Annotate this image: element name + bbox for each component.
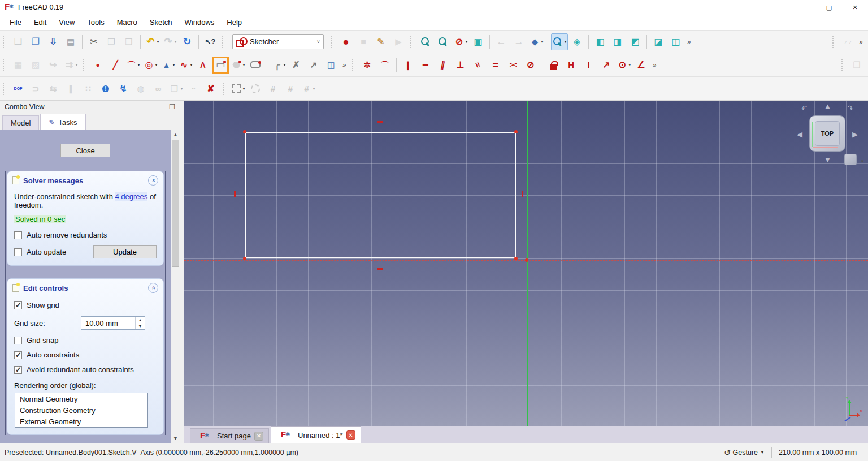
menu-sketch[interactable]: Sketch (144, 16, 179, 29)
refresh-button[interactable] (179, 33, 196, 50)
view-right-button[interactable] (627, 33, 644, 50)
view-top-button[interactable] (609, 33, 626, 50)
arrow-left-icon[interactable]: ◀ (797, 130, 802, 139)
conic-button[interactable]: ▾ (159, 57, 176, 74)
constrain-point-on-object-button[interactable] (376, 57, 393, 74)
polyline-button[interactable] (194, 57, 211, 74)
constrain-equal-button[interactable] (487, 57, 504, 74)
tasks-scrollbar[interactable]: ▲ ▼ (171, 130, 180, 443)
constrain-coincident-button[interactable] (359, 57, 376, 74)
list-item-external-geometry[interactable]: External Geometry (15, 416, 147, 427)
auto-update-checkbox[interactable] (14, 248, 22, 256)
arrow-right-icon[interactable]: ▶ (852, 130, 858, 139)
save-file-button[interactable] (45, 33, 62, 50)
close-task-button[interactable]: Close (60, 144, 110, 157)
constrain-radius-button[interactable]: ▾ (615, 57, 632, 74)
show-grid-checkbox[interactable] (14, 301, 22, 309)
toolbar-overflow-icon[interactable]: » (650, 61, 659, 69)
constrain-tangent-button[interactable] (470, 57, 487, 74)
rectangle-vertex-bottomright[interactable] (514, 257, 518, 260)
bspline-button[interactable]: ▾ (177, 57, 194, 74)
v-axis-line[interactable] (527, 101, 528, 426)
select-redundant-button[interactable] (97, 80, 114, 97)
constrain-parallel-button[interactable] (435, 57, 452, 74)
sketch-rectangle[interactable] (245, 132, 516, 258)
workbench-selector[interactable]: Sketcher ˅ (232, 34, 324, 49)
tab-start-page[interactable]: Start page ✕ (190, 428, 269, 443)
slot-button[interactable] (247, 57, 264, 74)
dropdown-arrow-icon[interactable]: ▾ (628, 62, 631, 67)
dropdown-arrow-icon[interactable]: ▾ (465, 39, 467, 44)
auto-constraints-checkbox[interactable] (14, 351, 22, 359)
dropdown-arrow-icon[interactable]: ▾ (313, 86, 315, 91)
panel-splitter[interactable] (180, 101, 184, 443)
toggle-construction-button[interactable]: ▾ (229, 80, 246, 97)
sync-view-button[interactable]: ▾ (551, 33, 568, 50)
update-button[interactable]: Update (93, 245, 157, 258)
scrollbar-thumb[interactable] (172, 140, 179, 267)
constrain-lock-button[interactable] (545, 57, 562, 74)
tab-tasks[interactable]: ✎ Tasks (40, 114, 85, 130)
dropdown-arrow-icon[interactable]: ▾ (242, 62, 245, 67)
dropdown-arrow-icon[interactable]: ▾ (157, 39, 159, 44)
menu-macro[interactable]: Macro (111, 16, 144, 29)
collapse-icon[interactable]: » (148, 175, 158, 186)
view-rear-button[interactable] (650, 33, 667, 50)
minimize-button[interactable]: — (790, 0, 816, 15)
view-axonometric-button[interactable] (568, 33, 585, 50)
macro-edit-button[interactable] (372, 33, 389, 50)
constrain-distance-y-button[interactable] (580, 57, 597, 74)
view-isometric-button[interactable]: ▾ (528, 33, 545, 50)
open-file-button[interactable] (27, 33, 44, 50)
constrain-symmetric-button[interactable] (505, 57, 522, 74)
navigation-style-selector[interactable]: ↺ Gesture ▼ (724, 448, 765, 457)
dropdown-arrow-icon[interactable]: ▾ (137, 62, 140, 67)
rectangle-vertex-topright[interactable] (514, 130, 518, 133)
menu-edit[interactable]: Edit (28, 16, 53, 29)
navcube-body[interactable]: TOP (809, 115, 845, 152)
close-window-button[interactable]: ✕ (842, 0, 868, 15)
menu-view[interactable]: View (53, 16, 81, 29)
select-conflicting-button[interactable] (115, 80, 132, 97)
navcube-menu-arrow-icon[interactable]: ▼ (860, 159, 865, 164)
constrain-vertical-button[interactable] (400, 57, 416, 74)
cut-button[interactable] (85, 33, 102, 50)
new-file-button[interactable] (10, 33, 27, 50)
close-tab-button[interactable]: ✕ (254, 432, 263, 441)
constrain-horizontal-button[interactable] (417, 57, 434, 74)
toolbar-overflow-icon[interactable]: » (857, 38, 865, 46)
origin-point[interactable] (525, 258, 528, 262)
grid-size-spinner[interactable]: 10.00 mm ▲▼ (81, 316, 145, 330)
fit-selection-button[interactable] (435, 33, 452, 50)
external-geometry-button[interactable] (323, 57, 340, 74)
polygon-button[interactable]: ▾ (229, 57, 246, 74)
avoid-redundant-checkbox[interactable] (14, 366, 22, 374)
list-item-normal-geometry[interactable]: Normal Geometry (15, 393, 147, 404)
rectangle-button[interactable] (212, 57, 229, 74)
menu-windows[interactable]: Windows (179, 16, 221, 29)
rectangle-vertex-topleft[interactable] (243, 130, 246, 133)
whats-this-button[interactable] (202, 33, 219, 50)
list-item-construction-geometry[interactable]: Construction Geometry (15, 404, 147, 416)
navcube-top-face[interactable]: TOP (821, 130, 834, 137)
menu-tools[interactable]: Tools (81, 16, 110, 29)
select-dof-button[interactable] (10, 80, 27, 97)
arc-button[interactable]: ▾ (124, 57, 141, 74)
tab-model[interactable]: Model (2, 115, 39, 130)
constrain-distance-x-button[interactable] (563, 57, 580, 74)
constrain-distance-button[interactable] (598, 57, 615, 74)
arrow-up-icon[interactable]: ▲ (824, 102, 831, 110)
extend-button[interactable] (305, 57, 322, 74)
dropdown-arrow-icon[interactable]: ▾ (190, 62, 192, 67)
spinner-arrows[interactable]: ▲▼ (135, 317, 145, 329)
constrain-angle-button[interactable] (633, 57, 650, 74)
rectangle-vertex-bottomleft[interactable] (243, 257, 246, 260)
trim-button[interactable] (288, 57, 305, 74)
fillet-button[interactable]: ▾ (270, 57, 287, 74)
dropdown-arrow-icon[interactable]: ▾ (172, 62, 175, 67)
3d-viewport[interactable]: ↶ ▲ ↷ ◀ ▶ ▼ TOP ▼ Y X (184, 101, 868, 426)
navcube-menu-cube-icon[interactable] (844, 154, 857, 165)
dropdown-arrow-icon[interactable]: ▾ (75, 62, 77, 67)
dropdown-arrow-icon[interactable]: ▾ (283, 62, 285, 67)
dropdown-arrow-icon[interactable]: ▾ (174, 39, 176, 44)
